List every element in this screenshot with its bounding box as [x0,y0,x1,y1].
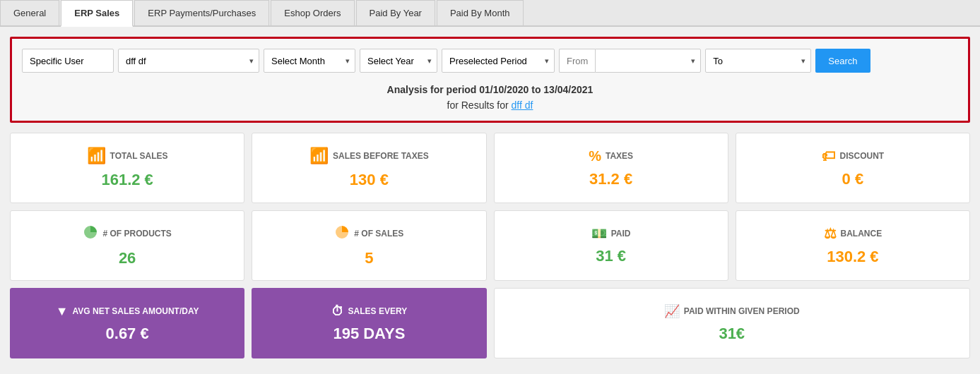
cards-row-3: ▼ AVG NET SALES AMOUNT/day 0.67 € ⏱ SALE… [10,288,970,358]
user-select[interactable]: dff df [118,49,259,73]
card-header: 📶 SALES before Taxes [309,147,429,165]
trend-chart-icon: 📈 [664,303,680,319]
card-value: 130.2 € [827,248,878,266]
card-value: 5 [365,249,373,267]
tab-general[interactable]: General [0,0,59,25]
to-select-wrap: To ▾ [705,49,811,73]
card-value: 0 € [842,170,864,188]
cards-row-1: 📶 TOTAL SALES 161.2 € 📶 SALES before Tax… [10,133,970,203]
card-value: 195 DAYS [333,325,405,343]
tab-erp-payments[interactable]: ERP Payments/Purchases [134,0,269,25]
card-label: TOTAL SALES [110,151,168,161]
scale-icon: ⚖ [824,225,837,242]
pie-chart-orange-icon [334,224,350,243]
analysis-period-text: Analysis for period 01/10/2020 to 13/04/… [22,84,958,95]
card-label: SALES EVERY [348,306,408,316]
card-header: % TAXES [589,148,633,164]
card-header: 💵 PAID [591,226,631,241]
card-paid-within-period: 📈 PAID WITHIN GIVEN PERIOD 31€ [494,288,971,358]
bar-chart-orange-icon: 📶 [309,147,329,165]
card-sales-count: # OF SALES 5 [252,210,486,281]
card-taxes: % TAXES 31.2 € [494,133,728,203]
results-link[interactable]: dff df [512,99,533,111]
card-label: TAXES [606,151,633,161]
from-select-wrap: ▾ [595,49,701,73]
specific-user-input[interactable] [22,49,114,73]
cards-row-2: # OF PRODUCTS 26 # OF SALES 5 💵 PAID 31 … [10,210,970,281]
user-select-wrap: dff df ▾ [118,49,259,73]
tab-paid-by-year[interactable]: Paid By Year [356,0,435,25]
filter-section: dff df ▾ Select Month ▾ Select Year ▾ Pr… [10,37,970,123]
bar-chart-green-icon: 📶 [87,147,106,165]
tab-erp-sales[interactable]: ERP Sales [61,0,133,27]
from-select[interactable] [595,49,701,73]
card-header: # OF PRODUCTS [83,224,171,243]
card-sales-before-taxes: 📶 SALES before Taxes 130 € [252,133,486,203]
money-icon: 💵 [591,226,607,241]
results-text: for Results for dff df [22,99,958,111]
tab-paid-by-month[interactable]: Paid By Month [437,0,524,25]
card-value: 0.67 € [106,325,149,343]
from-group: From ▾ [559,49,701,73]
card-header: ⚖ BALANCE [824,225,882,242]
card-header: ▼ AVG NET SALES AMOUNT/day [56,304,199,319]
funnel-icon: ▼ [56,304,69,319]
card-value: 31€ [719,325,745,343]
pie-chart-green-icon [83,224,98,243]
to-select[interactable]: To [705,49,811,73]
card-label: # OF PRODUCTS [102,229,171,239]
year-select[interactable]: Select Year [360,49,437,73]
card-header: 📶 TOTAL SALES [87,147,168,165]
card-label: PAID WITHIN GIVEN PERIOD [684,306,800,316]
card-label: SALES before Taxes [333,151,429,161]
card-value: 31.2 € [589,170,632,188]
card-label: DISCOUNT [840,151,885,161]
card-label: PAID [611,229,631,239]
percent-icon: % [589,148,601,164]
card-paid: 💵 PAID 31 € [494,210,728,281]
period-select-wrap: Preselected Period ▾ [442,49,555,73]
card-label: # OF SALES [354,229,403,239]
card-products: # OF PRODUCTS 26 [10,210,244,281]
card-discount: 🏷 DISCOUNT 0 € [736,133,970,203]
tab-bar: General ERP Sales ERP Payments/Purchases… [0,0,980,27]
card-header: 🏷 DISCOUNT [822,148,885,164]
filter-row: dff df ▾ Select Month ▾ Select Year ▾ Pr… [22,49,958,73]
year-select-wrap: Select Year ▾ [360,49,437,73]
tab-eshop-orders[interactable]: Eshop Orders [271,0,354,25]
results-for-label: for Results for [447,99,512,111]
card-value: 26 [119,249,136,267]
card-total-sales: 📶 TOTAL SALES 161.2 € [10,133,244,203]
card-header: # OF SALES [334,224,403,243]
clock-icon: ⏱ [331,304,344,319]
card-header: 📈 PAID WITHIN GIVEN PERIOD [664,303,800,319]
card-sales-every: ⏱ SALES EVERY 195 DAYS [252,288,486,358]
card-header: ⏱ SALES EVERY [331,304,408,319]
card-label: BALANCE [841,229,882,239]
card-avg-net-sales: ▼ AVG NET SALES AMOUNT/day 0.67 € [10,288,244,358]
preselected-period-select[interactable]: Preselected Period [442,49,555,73]
tag-icon: 🏷 [822,148,836,164]
from-label: From [559,49,595,73]
card-value: 161.2 € [101,171,153,189]
card-label: AVG NET SALES AMOUNT/day [73,306,199,316]
month-select[interactable]: Select Month [264,49,355,73]
card-value: 31 € [596,247,626,265]
card-balance: ⚖ BALANCE 130.2 € [736,210,970,281]
month-select-wrap: Select Month ▾ [264,49,355,73]
search-button[interactable]: Search [815,49,870,73]
card-value: 130 € [350,171,389,189]
